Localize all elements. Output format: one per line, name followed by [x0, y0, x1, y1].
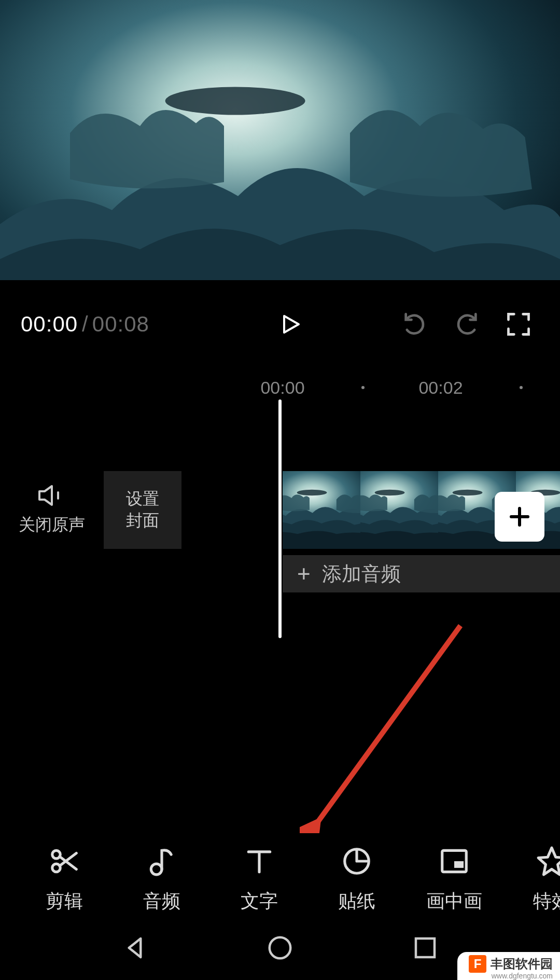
text-icon: [243, 845, 275, 877]
fullscreen-icon: [505, 311, 532, 338]
watermark: F 丰图软件园 www.dgfengtu.com: [457, 952, 560, 980]
tool-pip[interactable]: 画中画: [405, 845, 503, 914]
time-current: 00:00: [21, 312, 78, 337]
set-cover-button[interactable]: 设置 封面: [104, 471, 181, 549]
tool-audio[interactable]: 音频: [113, 845, 211, 914]
svg-line-2: [315, 626, 460, 825]
svg-point-5: [151, 864, 162, 875]
playhead[interactable]: [278, 399, 282, 638]
tool-label: 贴纸: [338, 889, 375, 914]
svg-point-8: [270, 937, 291, 959]
add-audio-label: 添加音频: [322, 561, 401, 587]
add-audio-button[interactable]: + 添加音频: [283, 555, 560, 592]
tool-label: 剪辑: [46, 889, 83, 914]
watermark-logo: F: [469, 955, 486, 973]
ruler-mark: 00:02: [418, 378, 463, 398]
triangle-back-icon: [121, 934, 149, 962]
tool-label: 画中画: [426, 889, 482, 914]
scissors-icon: [48, 845, 80, 877]
undo-icon: [401, 311, 428, 338]
tool-cut[interactable]: 剪辑: [16, 845, 113, 914]
nav-back-button[interactable]: [121, 934, 149, 964]
fullscreen-button[interactable]: [498, 303, 539, 345]
svg-rect-7: [454, 861, 464, 868]
tool-sticker[interactable]: 贴纸: [308, 845, 405, 914]
ruler-mark: 00:00: [260, 378, 304, 398]
playback-controls: 00:00 / 00:08: [0, 280, 560, 368]
timeline-ruler[interactable]: 00:00 00:02: [0, 368, 560, 399]
tool-bar: 剪辑 音频 文字 贴纸 画中画 特效: [0, 830, 560, 929]
add-clip-button[interactable]: [495, 492, 544, 542]
plus-icon: +: [297, 562, 311, 585]
video-preview[interactable]: [0, 0, 560, 280]
tool-label: 文字: [241, 889, 278, 914]
mute-label: 关闭原声: [19, 514, 85, 536]
clip-thumb: [360, 471, 438, 549]
plus-icon: [507, 504, 532, 529]
tool-label: 音频: [143, 889, 180, 914]
nav-home-button[interactable]: [266, 934, 294, 964]
music-note-icon: [146, 845, 178, 877]
timeline[interactable]: 关闭原声 设置 封面 + 添加音频: [0, 399, 560, 648]
ruler-dot: [361, 386, 365, 389]
square-recents-icon: [411, 934, 439, 962]
circle-home-icon: [266, 934, 294, 962]
time-total: 00:08: [92, 312, 149, 337]
watermark-brand: 丰图软件园: [491, 956, 553, 972]
nav-recents-button[interactable]: [411, 934, 439, 964]
tool-text[interactable]: 文字: [211, 845, 308, 914]
sticker-icon: [341, 845, 373, 877]
play-icon: [278, 312, 303, 337]
redo-button[interactable]: [446, 303, 487, 345]
clip-thumb: [283, 471, 360, 549]
star-icon: [536, 845, 560, 877]
mute-original-audio-button[interactable]: 关闭原声: [0, 484, 104, 536]
undo-button[interactable]: [394, 303, 436, 345]
pip-icon: [438, 845, 470, 877]
tool-effects[interactable]: 特效: [503, 845, 560, 914]
svg-rect-9: [416, 938, 435, 957]
speaker-icon: [37, 484, 66, 507]
watermark-url: www.dgfengtu.com: [492, 972, 553, 980]
cover-label: 设置 封面: [126, 488, 159, 531]
play-button[interactable]: [270, 303, 311, 345]
annotation-arrow: [300, 620, 476, 833]
time-separator: /: [82, 312, 88, 337]
redo-icon: [453, 311, 480, 338]
ruler-dot: [520, 386, 523, 389]
tool-label: 特效: [533, 889, 560, 914]
